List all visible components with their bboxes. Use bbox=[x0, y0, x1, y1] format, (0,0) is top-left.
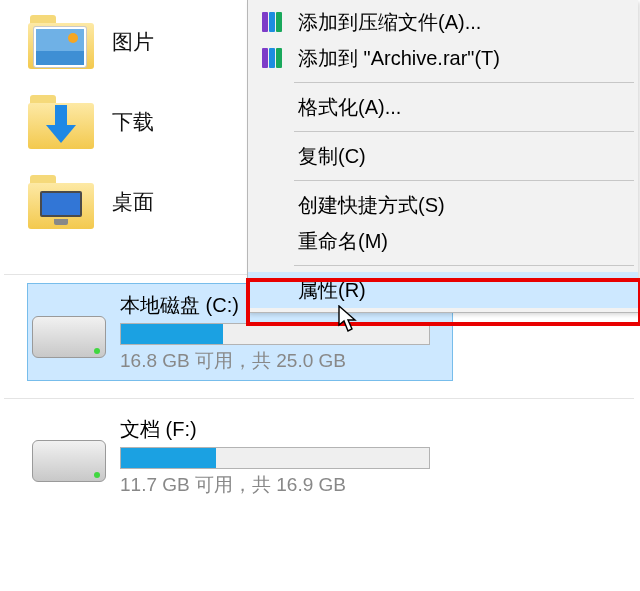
menu-separator bbox=[294, 82, 634, 83]
drive-free-text: 16.8 GB 可用，共 25.0 GB bbox=[120, 348, 452, 374]
explorer-window: 图片 下载 桌面 本地磁盘 (C:) 16.8 GB bbox=[0, 0, 640, 591]
drive-capacity-bar bbox=[120, 447, 430, 469]
drive-info: 文档 (F:) 11.7 GB 可用，共 16.9 GB bbox=[120, 414, 452, 498]
folder-label: 桌面 bbox=[112, 188, 154, 216]
menu-rename[interactable]: 重命名(M) bbox=[248, 223, 638, 259]
menu-add-to-archive[interactable]: 添加到压缩文件(A)... bbox=[248, 4, 638, 40]
menu-label: 复制(C) bbox=[298, 143, 366, 170]
menu-separator bbox=[294, 131, 634, 132]
menu-add-to-archive-rar[interactable]: 添加到 "Archive.rar"(T) bbox=[248, 40, 638, 76]
menu-label: 属性(R) bbox=[298, 277, 366, 304]
menu-label: 添加到 "Archive.rar"(T) bbox=[298, 45, 500, 72]
context-menu: 添加到压缩文件(A)... 添加到 "Archive.rar"(T) 格式化(A… bbox=[247, 0, 638, 313]
menu-label: 添加到压缩文件(A)... bbox=[298, 9, 481, 36]
pictures-folder-icon bbox=[28, 15, 94, 69]
divider bbox=[4, 398, 634, 399]
menu-format[interactable]: 格式化(A)... bbox=[248, 89, 638, 125]
rar-icon bbox=[260, 45, 286, 71]
menu-create-shortcut[interactable]: 创建快捷方式(S) bbox=[248, 187, 638, 223]
desktop-folder-icon bbox=[28, 175, 94, 229]
drive-f[interactable]: 文档 (F:) 11.7 GB 可用，共 16.9 GB bbox=[28, 408, 452, 504]
drive-icon bbox=[32, 310, 106, 364]
drive-icon bbox=[32, 434, 106, 488]
menu-copy[interactable]: 复制(C) bbox=[248, 138, 638, 174]
folder-label: 下载 bbox=[112, 108, 154, 136]
menu-label: 格式化(A)... bbox=[298, 94, 401, 121]
rar-icon bbox=[260, 9, 286, 35]
menu-label: 创建快捷方式(S) bbox=[298, 192, 445, 219]
menu-properties[interactable]: 属性(R) bbox=[248, 272, 638, 308]
downloads-folder-icon bbox=[28, 95, 94, 149]
drive-capacity-bar bbox=[120, 323, 430, 345]
drive-name: 文档 (F:) bbox=[120, 416, 452, 443]
drive-free-text: 11.7 GB 可用，共 16.9 GB bbox=[120, 472, 452, 498]
menu-separator bbox=[294, 180, 634, 181]
menu-separator bbox=[294, 265, 634, 266]
menu-label: 重命名(M) bbox=[298, 228, 388, 255]
folder-label: 图片 bbox=[112, 28, 154, 56]
